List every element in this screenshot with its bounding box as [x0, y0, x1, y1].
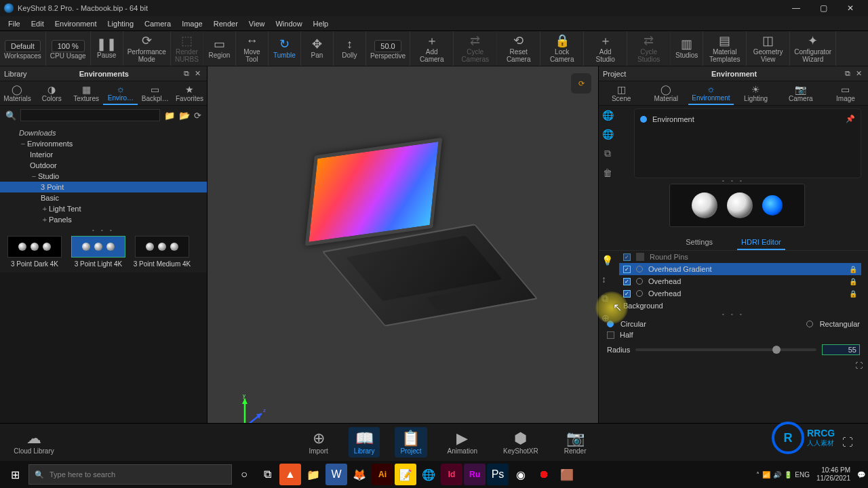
app-firefox-icon[interactable]: 🦊 [349, 464, 370, 485]
dock-keyshotxr[interactable]: ⬢KeyShotXR [498, 427, 544, 458]
menu-environment[interactable]: Environment [50, 18, 102, 29]
app-sticky-icon[interactable]: 📝 [395, 464, 416, 485]
menu-file[interactable]: File [3, 18, 26, 29]
lock-camera-button[interactable]: 🔒Lock Camera [540, 31, 584, 66]
configurator-wizard-button[interactable]: ✦Configurator Wizard [790, 31, 836, 66]
reset-camera-button[interactable]: ⟲Reset Camera [497, 31, 540, 66]
app-keyshot-icon[interactable]: ◉ [510, 464, 532, 485]
menu-help[interactable]: Help [308, 18, 334, 29]
pin-overhead-gradient[interactable]: ✓ Overhead Gradient 🔒 [619, 263, 861, 275]
performance-mode-button[interactable]: ⟳Performance Mode [123, 31, 171, 66]
tab-image[interactable]: ▭Image [823, 81, 868, 105]
thumb-3point-medium[interactable]: 3 Point Medium 4K [133, 236, 191, 268]
menu-window[interactable]: Window [270, 18, 307, 29]
folder-icon[interactable]: 📁 [164, 110, 175, 121]
close-icon[interactable]: ✕ [192, 69, 203, 78]
menu-render[interactable]: Render [208, 18, 243, 29]
lock-icon[interactable]: 🔒 [849, 290, 857, 298]
studios-button[interactable]: ▥Studios [671, 31, 703, 66]
app-edge-icon[interactable]: 🌐 [418, 464, 439, 485]
add-studio-button[interactable]: ＋Add Studio [584, 31, 627, 66]
tumble-button[interactable]: ↻Tumble [269, 31, 301, 66]
hdri-preview[interactable] [669, 184, 805, 227]
app-word-icon[interactable]: W [326, 464, 347, 485]
subtab-hdri-editor[interactable]: HDRI Editor [737, 235, 785, 250]
splitter-handle[interactable]: • • • [599, 312, 868, 316]
cycle-studios-button[interactable]: ⇄Cycle Studios [627, 31, 671, 66]
tab-lighting[interactable]: ☀Lighting [734, 81, 778, 105]
copy-icon[interactable]: ⧉ [604, 148, 611, 159]
menu-edit[interactable]: Edit [26, 18, 50, 29]
app-vlc-icon[interactable]: ▲ [279, 464, 301, 485]
tree-downloads[interactable]: Downloads [0, 127, 207, 138]
tray-volume-icon[interactable]: 🔊 [773, 471, 781, 479]
checkbox-icon[interactable]: ✓ [623, 278, 631, 285]
dock-import[interactable]: ⊕Import [303, 427, 333, 458]
fullscreen-icon[interactable]: ⛶ [827, 436, 868, 449]
tree-outdoor[interactable]: Outdoor [0, 160, 207, 171]
thumb-3point-light[interactable]: 3 Point Light 4K [69, 236, 127, 268]
tray-battery-icon[interactable]: 🔋 [784, 471, 792, 479]
checkbox-icon[interactable]: ✓ [623, 266, 631, 273]
tree-basic[interactable]: Basic [0, 192, 207, 203]
realtime-toggle-icon[interactable]: ⟳ [571, 73, 591, 94]
region-button[interactable]: ▭Region [203, 31, 236, 66]
app-illustrator-icon[interactable]: Ai [372, 464, 393, 485]
library-search-input[interactable] [20, 109, 160, 121]
dock-animation[interactable]: ▶Animation [442, 427, 483, 458]
tab-backplates[interactable]: ▭Backpl… [138, 81, 172, 105]
menu-camera[interactable]: Camera [139, 18, 176, 29]
geometry-view-button[interactable]: ◫Geometry View [747, 31, 790, 66]
app-photoshop-icon[interactable]: Ps [487, 464, 509, 485]
globe-icon[interactable]: 🌐 [602, 110, 614, 121]
tab-favorites[interactable]: ★Favorites [172, 81, 207, 105]
tree-light-tent[interactable]: +Light Tent [0, 203, 207, 214]
tab-camera[interactable]: 📷Camera [778, 81, 823, 105]
checkbox-icon[interactable]: ✓ [623, 253, 631, 261]
dolly-button[interactable]: ↕Dolly [334, 31, 366, 66]
globe-icon[interactable]: 🌐 [602, 129, 614, 140]
tab-scene[interactable]: ◫Scene [599, 81, 644, 105]
background-row[interactable]: Background [619, 300, 861, 312]
checkbox-half[interactable] [607, 331, 614, 339]
dock-library[interactable]: 📖Library [349, 427, 380, 458]
dock-project[interactable]: 📋Project [395, 427, 427, 458]
pin-overhead-1[interactable]: ✓ Overhead 🔒 [619, 275, 861, 287]
menu-view[interactable]: View [243, 18, 271, 29]
tray-clock[interactable]: 10:46 PM 11/26/2021 [812, 466, 854, 483]
pan-button[interactable]: ✥Pan [301, 31, 334, 66]
render-nurbs-button[interactable]: ⬚Render NURBS [171, 31, 203, 66]
tree-panels[interactable]: +Panels [0, 214, 207, 225]
close-icon[interactable]: ✕ [853, 69, 864, 78]
cloud-library-button[interactable]: ☁ Cloud Library [0, 430, 68, 455]
popout-icon[interactable]: ⧉ [842, 69, 853, 78]
tray-lang[interactable]: ENG [795, 471, 810, 479]
app-indesign-icon[interactable]: Id [441, 464, 462, 485]
tab-colors[interactable]: ◑Colors [35, 81, 69, 105]
lock-icon[interactable]: 🔒 [849, 266, 857, 273]
lock-icon[interactable]: 🔒 [849, 278, 857, 285]
start-button[interactable]: ⊞ [3, 464, 27, 485]
search-icon[interactable]: 🔍 [5, 110, 16, 121]
zoom-dropdown[interactable]: 100 % [52, 40, 85, 52]
tab-environments[interactable]: ☼Enviro… [103, 81, 138, 105]
add-camera-button[interactable]: ＋Add Camera [410, 31, 454, 66]
tray-notifications-icon[interactable]: 💬 [857, 471, 865, 479]
minimize-button[interactable]: — [783, 0, 810, 16]
bulb-icon[interactable]: 💡 [601, 255, 616, 266]
tab-materials[interactable]: ◯Materials [0, 81, 35, 105]
tab-environment[interactable]: ☼Environment [688, 81, 733, 105]
close-button[interactable]: ✕ [837, 0, 864, 16]
menu-lighting[interactable]: Lighting [102, 18, 139, 29]
maximize-button[interactable]: ▢ [810, 0, 837, 16]
tree-interior[interactable]: Interior [0, 149, 207, 160]
cortana-icon[interactable]: ○ [233, 464, 255, 485]
render-viewport[interactable]: ⟳ x y z [208, 66, 598, 461]
tree-environments[interactable]: −Environments [0, 138, 207, 149]
tray-overflow-icon[interactable]: ˄ [756, 471, 760, 479]
trash-icon[interactable]: 🗑 [603, 167, 612, 178]
zoom-level[interactable]: 100 % CPU Usage [46, 31, 91, 66]
pin-header[interactable]: ✓ Round Pins [619, 251, 861, 263]
perspective-button[interactable]: 50.0Perspective [366, 31, 410, 66]
thumb-3point-dark[interactable]: 3 Point Dark 4K [5, 236, 64, 268]
